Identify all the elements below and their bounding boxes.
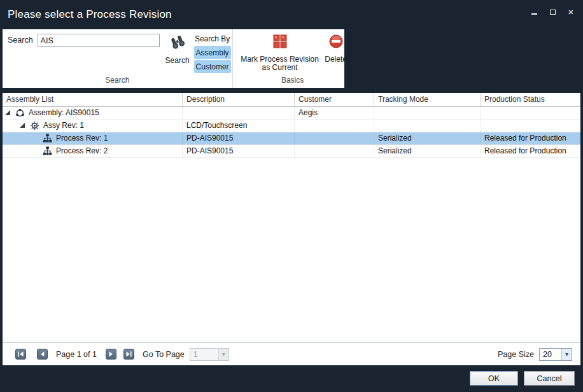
cell-production-status: Released for Production (481, 132, 580, 144)
search-by-customer-toggle[interactable]: Customer (194, 60, 231, 73)
dialog-footer: OK Cancel (0, 365, 583, 392)
cell-production-status (481, 107, 580, 119)
pager-bar: Page 1 of 1 Go To Page 1 ▾ Page Size 20 … (3, 342, 580, 365)
last-page-button[interactable] (123, 349, 134, 360)
page-indicator: Page 1 of 1 (56, 350, 97, 359)
row-label: Assembly: AIS90015 (29, 107, 99, 119)
ok-button[interactable]: OK (470, 371, 518, 386)
cell-description: PD-AIS90015 (183, 145, 295, 157)
page-size-select[interactable]: 20 ▾ (539, 348, 572, 361)
close-icon: × (568, 8, 574, 17)
assembly-grid: Assembly List Description Customer Track… (3, 93, 580, 342)
column-header-assembly-list[interactable]: Assembly List (3, 93, 183, 106)
process-revision-icon (43, 134, 52, 143)
maximize-icon (550, 10, 556, 15)
search-by-label: Search By (195, 34, 230, 43)
table-row-process-rev-1[interactable]: Process Rev: 1 PD-AIS90015 Serialized Re… (3, 132, 580, 145)
assembly-revision-icon (30, 121, 39, 130)
row-label: Assy Rev: 1 (43, 120, 84, 132)
row-label: Process Rev: 2 (56, 145, 108, 157)
row-label: Process Rev: 1 (56, 132, 108, 144)
cell-tracking-mode: Serialized (374, 145, 481, 157)
delete-icon (328, 34, 344, 52)
red-grid-icon (272, 34, 288, 52)
chevron-down-icon[interactable]: ▾ (218, 349, 228, 360)
cell-customer (295, 145, 374, 157)
search-by-group: Search By Assembly Customer (194, 34, 231, 74)
minimize-button[interactable] (530, 8, 538, 17)
mark-current-label: Mark Process Revision as Current (241, 55, 320, 72)
close-button[interactable]: × (566, 8, 575, 17)
search-button[interactable]: Search (162, 34, 193, 74)
column-header-description[interactable]: Description (183, 93, 295, 106)
ribbon: Search (3, 29, 580, 88)
column-header-customer[interactable]: Customer (295, 93, 374, 106)
cell-tracking-mode (374, 120, 481, 132)
cell-production-status (481, 120, 580, 132)
go-to-page-value: 1 (190, 349, 218, 360)
window-controls: × (530, 8, 575, 17)
delete-button[interactable]: Delete (321, 34, 351, 74)
titlebar: Please select a Process Revision × (0, 0, 583, 29)
ribbon-panel: Search (3, 29, 344, 88)
column-header-tracking-mode[interactable]: Tracking Mode (374, 93, 481, 106)
cell-tracking-mode (374, 107, 481, 119)
cell-production-status: Released for Production (481, 145, 580, 157)
first-page-button[interactable] (15, 349, 26, 360)
cell-description (183, 107, 295, 119)
ribbon-group-label-basics: Basics (233, 74, 353, 88)
cell-customer: Aegis (295, 107, 374, 119)
cell-description: LCD/Touchscreen (183, 120, 295, 132)
table-row-assy-rev[interactable]: Assy Rev: 1 LCD/Touchscreen (3, 120, 580, 132)
cancel-button[interactable]: Cancel (524, 371, 575, 386)
table-row-assembly[interactable]: Assembly: AIS90015 Aegis (3, 107, 580, 120)
assembly-icon (15, 108, 25, 118)
mark-process-revision-current-button[interactable]: Mark Process Revision as Current (241, 34, 320, 74)
page-size-value: 20 (540, 349, 561, 360)
go-to-page-input[interactable]: 1 ▾ (190, 348, 229, 361)
column-header-production-status[interactable]: Production Status (481, 93, 580, 106)
cell-description: PD-AIS90015 (183, 132, 295, 144)
chevron-down-icon[interactable]: ▾ (561, 349, 572, 360)
cell-customer (295, 132, 374, 144)
previous-page-button[interactable] (37, 349, 48, 360)
minimize-icon (531, 13, 537, 15)
page-size-label: Page Size (498, 350, 534, 359)
cell-tracking-mode: Serialized (374, 132, 481, 144)
window-title: Please select a Process Revision (8, 8, 172, 21)
next-page-button[interactable] (106, 349, 116, 360)
expander-icon[interactable] (20, 123, 25, 129)
ribbon-group-basics: Mark Process Revision as Current Delete … (233, 29, 353, 88)
search-input[interactable] (38, 34, 160, 47)
process-revision-icon (43, 146, 52, 156)
binoculars-icon (169, 34, 186, 53)
maximize-button[interactable] (548, 8, 557, 17)
table-row-process-rev-2[interactable]: Process Rev: 2 PD-AIS90015 Serialized Re… (3, 145, 580, 158)
grid-header: Assembly List Description Customer Track… (3, 93, 580, 107)
search-field-label: Search (8, 36, 33, 45)
search-button-label: Search (165, 57, 190, 65)
search-by-assembly-toggle[interactable]: Assembly (194, 46, 231, 59)
search-field-wrap: Search (8, 34, 160, 74)
cell-customer (295, 120, 374, 132)
delete-button-label: Delete (325, 55, 347, 64)
ribbon-group-label-search: Search (3, 74, 232, 88)
expander-icon[interactable] (5, 110, 11, 116)
ribbon-group-search: Search (3, 29, 233, 88)
go-to-page-label: Go To Page (143, 350, 185, 359)
